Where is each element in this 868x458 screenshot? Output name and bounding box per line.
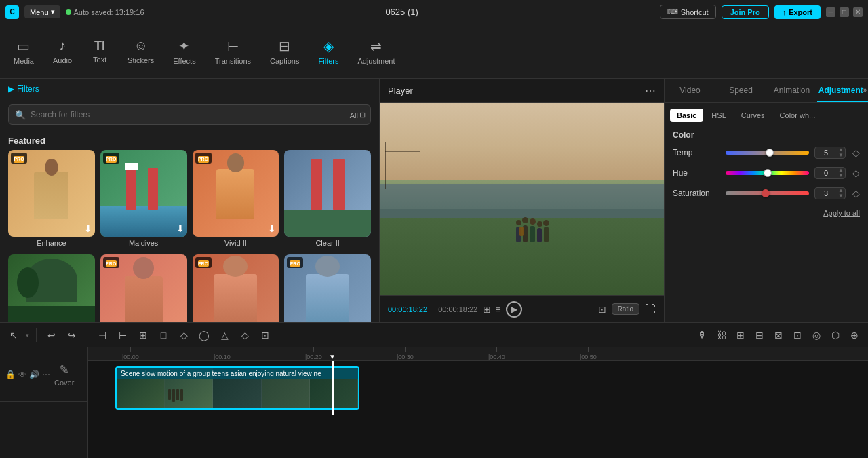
list-item[interactable]: PRO [193, 254, 279, 322]
filter-card-clear[interactable] [284, 150, 371, 237]
grid-tool[interactable]: ⊞ [732, 327, 749, 343]
shield-tool[interactable]: ⬡ [827, 327, 844, 343]
redo-button[interactable]: ↪ [64, 327, 80, 343]
temp-thumb[interactable] [766, 149, 774, 157]
sat-down[interactable]: ▼ [837, 193, 845, 199]
temp-reset[interactable]: ◇ [852, 147, 860, 158]
hue-down[interactable]: ▼ [837, 173, 845, 178]
filter-card-vivid[interactable]: PRO ⬇ [193, 150, 279, 237]
adj-tab-curves[interactable]: Curves [734, 109, 772, 122]
tool-filters[interactable]: ◈ Filters [310, 34, 347, 69]
sat-thumb[interactable] [762, 189, 770, 197]
filter-card-portrait2[interactable]: PRO [100, 254, 187, 322]
filters-label: Filters [318, 57, 338, 65]
more-icon[interactable]: ⋯ [42, 370, 50, 379]
ratio-button[interactable]: Ratio [612, 303, 639, 315]
audio-tool[interactable]: ◇ [237, 327, 253, 343]
menu-button[interactable]: Menu ▾ [24, 5, 60, 18]
cover-area[interactable]: ✎ Cover [54, 362, 74, 387]
tool-effects[interactable]: ✦ Effects [165, 34, 203, 69]
maximize-button[interactable]: □ [840, 7, 849, 17]
delete-tool[interactable]: □ [155, 327, 172, 343]
tool-transitions[interactable]: ⊢ Transitions [207, 34, 259, 69]
split-tool2[interactable]: ⊠ [770, 327, 787, 343]
tab-video[interactable]: Video [665, 79, 715, 102]
keyframe-tool[interactable]: ◇ [176, 327, 192, 343]
all-filter-button[interactable]: All ⊟ [350, 111, 366, 119]
eye-icon[interactable]: 👁 [18, 370, 26, 379]
tool-audio[interactable]: ♪ Audio [45, 34, 80, 69]
adj-tab-colorwh[interactable]: Color wh... [773, 109, 823, 122]
sat-reset[interactable]: ◇ [852, 188, 860, 199]
zoom-tool[interactable]: ⊕ [846, 327, 863, 343]
color-section-label: Color [665, 125, 868, 142]
tab-adjustment[interactable]: Adjustment » [817, 79, 868, 102]
split-right-tool[interactable]: ⊢ [115, 327, 131, 343]
undo-button[interactable]: ↩ [43, 327, 60, 343]
subtitle-tool[interactable]: ⊡ [789, 327, 806, 343]
volume-icon[interactable]: 🔊 [29, 370, 39, 379]
list-icon[interactable]: ≡ [495, 304, 500, 315]
tab-animation[interactable]: Animation [766, 79, 817, 102]
eye-tool[interactable]: ◎ [808, 327, 825, 343]
track-icons: 🔒 👁 🔊 ⋯ [5, 370, 50, 379]
lock-icon[interactable]: 🔒 [5, 370, 16, 379]
fullscreen-icon[interactable]: ⛶ [645, 303, 656, 316]
timeline-tracks: |00:00 |00:10 |00:20 |00:30 |00:40 [88, 347, 868, 458]
filter-thumbnail [284, 150, 371, 237]
split-tool[interactable]: ⊣ [94, 327, 111, 343]
head-tool[interactable]: ◯ [196, 327, 212, 343]
sat-number: 3 [815, 188, 837, 199]
mic-button[interactable]: 🎙 [694, 327, 711, 343]
adj-tab-hsl[interactable]: HSL [705, 109, 732, 122]
tool-text[interactable]: TI Text [83, 35, 117, 68]
tool-stickers[interactable]: ☺ Stickers [119, 34, 162, 69]
tool-media[interactable]: ▭ Media [5, 34, 42, 69]
snap-tool[interactable]: ⊟ [751, 327, 768, 343]
temp-down[interactable]: ▼ [837, 153, 845, 158]
list-item[interactable]: PRO [100, 254, 187, 322]
layout-icon[interactable]: ⊞ [483, 304, 491, 315]
minimize-button[interactable]: ─ [826, 7, 835, 17]
filter-card-maldives[interactable]: PRO ⬇ [100, 150, 187, 237]
hue-slider[interactable] [726, 171, 809, 175]
filter-card-enhance[interactable]: PRO ⬇ [8, 150, 95, 237]
pro-badge: PRO [11, 153, 27, 164]
tool-captions[interactable]: ⊟ Captions [262, 34, 307, 69]
list-item[interactable]: PRO ⬇ Enhance [8, 150, 95, 249]
tab-speed[interactable]: Speed [715, 79, 766, 102]
tool-adjustment[interactable]: ⇌ Adjustment [349, 34, 403, 69]
shortcut-button[interactable]: ⌨ Shortcut [660, 5, 716, 19]
sat-slider[interactable] [726, 191, 809, 195]
player-menu-icon[interactable]: ⋯ [645, 84, 656, 97]
search-input[interactable] [8, 104, 371, 125]
filter-card-cool2[interactable]: PRO [284, 254, 371, 322]
filter-card-warm2[interactable]: PRO [193, 254, 279, 322]
hue-thumb[interactable] [764, 169, 772, 177]
join-pro-button[interactable]: Join Pro [722, 5, 769, 19]
speed-tool[interactable]: △ [216, 327, 233, 343]
transitions-label: Transitions [215, 57, 251, 65]
list-item[interactable]: PRO ⬇ Maldives [100, 150, 187, 249]
link-tool[interactable]: ⛓ [713, 327, 730, 343]
list-item[interactable]: PRO [284, 254, 371, 322]
list-item[interactable] [8, 254, 95, 322]
expand-icon: » [863, 86, 867, 94]
ripple-tool[interactable]: ⊞ [135, 327, 151, 343]
temp-slider[interactable] [726, 151, 809, 155]
crop-tool[interactable]: ⊡ [257, 327, 273, 343]
crop-icon[interactable]: ⊡ [598, 304, 606, 315]
play-button[interactable]: ▶ [506, 301, 522, 318]
list-item[interactable]: PRO ⬇ Vivid II [193, 150, 279, 249]
hue-reset[interactable]: ◇ [852, 168, 860, 178]
apply-all-button[interactable]: Apply to all [823, 209, 860, 217]
export-button[interactable]: ↑ Export [774, 5, 821, 19]
select-tool[interactable]: ↖ [5, 327, 22, 343]
list-item[interactable]: Clear II [284, 150, 371, 249]
adj-tab-basic[interactable]: Basic [670, 109, 703, 122]
video-clip[interactable]: Scene slow motion of a group teens asian… [115, 366, 359, 410]
close-button[interactable]: ✕ [853, 7, 863, 17]
ruler-mark: |00:20 [305, 347, 322, 360]
filter-card-forest[interactable] [8, 254, 95, 322]
pro-badge: PRO [103, 257, 119, 268]
